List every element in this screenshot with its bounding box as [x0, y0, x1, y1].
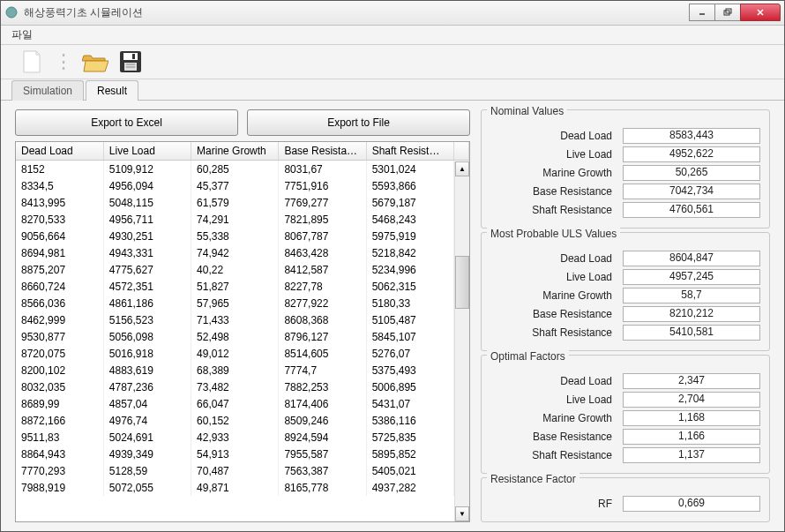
table-row[interactable]: 8200,1024883,61968,3897774,75375,493: [16, 362, 469, 378]
table-cell: 4939,349: [103, 446, 191, 462]
table-cell: 8277,922: [279, 295, 366, 311]
table-row[interactable]: 8566,0364861,18657,9658277,9225180,33: [16, 295, 469, 311]
optimal-marine-growth: 1,168: [623, 410, 760, 426]
table-row[interactable]: 9511,835024,69142,9338924,5945725,835: [16, 429, 469, 446]
export-excel-button[interactable]: Export to Excel: [15, 109, 238, 136]
scroll-up-button[interactable]: ▲: [455, 161, 469, 176]
table-cell: 49,012: [191, 345, 279, 362]
table-cell: 8875,207: [16, 261, 103, 278]
table-cell: 8608,368: [279, 311, 366, 328]
table-row[interactable]: 8413,9955048,11561,5797769,2775679,187: [16, 194, 469, 211]
col-base-resist[interactable]: Base Resista…: [279, 142, 366, 161]
table-cell: 7821,895: [279, 211, 366, 228]
table-cell: 4976,74: [103, 412, 191, 429]
table-cell: 55,338: [191, 228, 279, 244]
table-cell: 66,047: [191, 395, 279, 412]
table-cell: 54,913: [191, 446, 279, 462]
col-live-load[interactable]: Live Load: [103, 142, 191, 161]
table-cell: 5109,912: [103, 161, 191, 177]
table-row[interactable]: 81525109,91260,2858031,675301,024: [16, 161, 469, 177]
tab-result[interactable]: Result: [86, 80, 138, 101]
table-cell: 71,433: [191, 311, 279, 328]
table-cell: 7882,253: [279, 378, 366, 395]
table-cell: 4943,331: [103, 244, 191, 261]
col-dead-load[interactable]: Dead Load: [16, 142, 103, 161]
table-cell: 5016,918: [103, 345, 191, 362]
save-button[interactable]: [116, 47, 146, 77]
table-cell: 5156,523: [103, 311, 191, 328]
scroll-down-button[interactable]: ▼: [455, 506, 469, 521]
table-cell: 5128,59: [103, 462, 191, 479]
menu-file[interactable]: 파일: [4, 26, 40, 44]
table-cell: 5845,107: [366, 328, 453, 345]
table-cell: 8514,605: [279, 345, 366, 362]
table-row[interactable]: 8872,1664976,7460,1528509,2465386,116: [16, 412, 469, 429]
table-cell: 5048,115: [103, 194, 191, 211]
table-row[interactable]: 8270,5334956,71174,2917821,8955468,243: [16, 211, 469, 228]
table-row[interactable]: 8875,2074775,62740,228412,5875234,996: [16, 261, 469, 278]
table-cell: 5593,866: [366, 177, 453, 194]
table-row[interactable]: 8689,994857,0466,0478174,4065431,07: [16, 395, 469, 412]
table-cell: 5405,021: [366, 462, 453, 479]
table-row[interactable]: 8660,7244572,35151,8278227,785062,315: [16, 278, 469, 295]
table-cell: 73,482: [191, 378, 279, 395]
table-cell: 8689,99: [16, 395, 103, 412]
table-row[interactable]: 8720,0755016,91849,0128514,6055276,07: [16, 345, 469, 362]
nominal-values-group: Nominal Values Dead Load8583,443 Live Lo…: [481, 109, 770, 229]
table-cell: 4775,627: [103, 261, 191, 278]
group-title: Resistance Factor: [487, 473, 579, 485]
label: Live Load: [490, 271, 623, 283]
window-controls: [690, 4, 781, 21]
table-cell: 8463,428: [279, 244, 366, 261]
table-row[interactable]: 8694,9814943,33174,9428463,4285218,842: [16, 244, 469, 261]
table-header-row: Dead Load Live Load Marine Growth Base R…: [16, 142, 469, 161]
nominal-base-resist: 7042,734: [623, 184, 760, 199]
table-row[interactable]: 9056,6644930,25155,3388067,7875975,919: [16, 228, 469, 244]
table-cell: 5072,055: [103, 479, 191, 496]
close-button[interactable]: [740, 4, 781, 21]
table-cell: 8412,587: [279, 261, 366, 278]
new-button[interactable]: [17, 47, 47, 77]
table-cell: 5276,07: [366, 345, 453, 362]
tab-simulation[interactable]: Simulation: [11, 80, 84, 101]
resistance-factor-group: Resistance Factor RF0,669: [481, 477, 770, 522]
content-area: Export to Excel Export to File Dead Load…: [1, 101, 784, 531]
vertical-scrollbar[interactable]: ▲ ▼: [454, 161, 469, 521]
maximize-button[interactable]: [714, 4, 741, 21]
table-cell: 8032,035: [16, 378, 103, 395]
uls-marine-growth: 58,7: [623, 288, 760, 303]
export-file-button[interactable]: Export to File: [247, 109, 470, 136]
col-marine-growth[interactable]: Marine Growth: [191, 142, 279, 161]
table-cell: 8720,075: [16, 345, 103, 362]
results-table[interactable]: Dead Load Live Load Marine Growth Base R…: [15, 141, 470, 522]
table-cell: 8227,78: [279, 278, 366, 295]
minimize-button[interactable]: [689, 4, 715, 21]
col-shaft-resist[interactable]: Shaft Resist…: [366, 142, 453, 161]
close-icon: [756, 8, 765, 17]
table-row[interactable]: 9530,8775056,09852,4988796,1275845,107: [16, 328, 469, 345]
table-row[interactable]: 8462,9995156,52371,4338608,3685105,487: [16, 311, 469, 328]
table-cell: 5895,852: [366, 446, 453, 462]
table-cell: 68,389: [191, 362, 279, 378]
titlebar: 해상풍력기초 시뮬레이션: [1, 1, 784, 26]
table-row[interactable]: 8864,9434939,34954,9137955,5875895,852: [16, 446, 469, 462]
table-row[interactable]: 7770,2935128,5970,4877563,3875405,021: [16, 462, 469, 479]
table-row[interactable]: 7988,9195072,05549,8718165,7784937,282: [16, 479, 469, 496]
svg-point-0: [6, 7, 17, 18]
scroll-thumb[interactable]: [455, 256, 469, 309]
group-title: Optimal Factors: [487, 350, 569, 363]
table-cell: 8462,999: [16, 311, 103, 328]
table-cell: 7774,7: [279, 362, 366, 378]
table-cell: 8872,166: [16, 412, 103, 429]
label: Base Resistance: [490, 308, 623, 320]
table-cell: 4857,04: [103, 395, 191, 412]
table-cell: 5056,098: [103, 328, 191, 345]
svg-rect-7: [123, 53, 138, 60]
table-cell: 45,377: [191, 177, 279, 194]
table-cell: 49,871: [191, 479, 279, 496]
table-row[interactable]: 8032,0354787,23673,4827882,2535006,895: [16, 378, 469, 395]
table-row[interactable]: 8334,54956,09445,3777751,9165593,866: [16, 177, 469, 194]
table-cell: 5105,487: [366, 311, 453, 328]
table-cell: 4930,251: [103, 228, 191, 244]
open-button[interactable]: [80, 47, 110, 77]
